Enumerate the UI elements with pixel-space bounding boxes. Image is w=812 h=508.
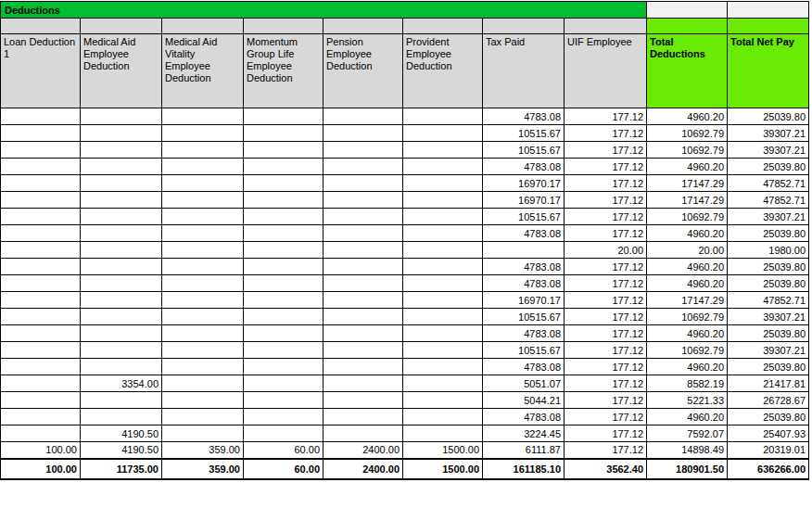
- table-cell[interactable]: 5044.21: [483, 392, 565, 409]
- table-cell[interactable]: 16970.17: [483, 292, 565, 309]
- table-cell[interactable]: [244, 142, 324, 159]
- table-cell[interactable]: [81, 209, 162, 225]
- table-cell[interactable]: 4783.08: [483, 259, 565, 275]
- table-cell[interactable]: [162, 342, 244, 359]
- table-cell[interactable]: [483, 242, 565, 259]
- table-cell[interactable]: 6111.87: [483, 442, 565, 459]
- table-cell[interactable]: 4960.20: [647, 108, 728, 125]
- table-cell[interactable]: [403, 159, 483, 175]
- table-cell[interactable]: [403, 359, 483, 375]
- totals-cell[interactable]: 3562.40: [565, 459, 647, 479]
- table-cell[interactable]: [244, 409, 324, 425]
- table-cell[interactable]: [1, 342, 81, 359]
- table-cell[interactable]: [403, 425, 483, 442]
- table-cell[interactable]: [162, 242, 244, 259]
- spacer-cell[interactable]: [81, 19, 162, 34]
- table-cell[interactable]: 177.12: [565, 325, 647, 342]
- table-cell[interactable]: 177.12: [565, 425, 647, 442]
- table-cell[interactable]: 10515.67: [483, 125, 565, 142]
- table-cell[interactable]: [81, 409, 162, 425]
- table-cell[interactable]: [1, 309, 81, 325]
- table-cell[interactable]: [244, 359, 324, 375]
- table-cell[interactable]: [1, 275, 81, 292]
- table-cell[interactable]: 21417.81: [728, 375, 809, 392]
- column-header[interactable]: UIF Employee: [565, 34, 647, 108]
- table-cell[interactable]: [81, 159, 162, 175]
- column-header[interactable]: Total Net Pay: [728, 34, 809, 108]
- column-header[interactable]: Medical Aid Vitality Employee Deduction: [162, 34, 244, 108]
- column-header[interactable]: Loan Deduction 1: [1, 34, 81, 108]
- totals-cell[interactable]: 100.00: [1, 459, 81, 479]
- table-cell[interactable]: [244, 425, 324, 442]
- column-header[interactable]: Tax Paid: [483, 34, 565, 108]
- table-cell[interactable]: 4783.08: [483, 359, 565, 375]
- table-cell[interactable]: 4783.08: [483, 225, 565, 242]
- table-cell[interactable]: [81, 175, 162, 192]
- table-cell[interactable]: [324, 375, 403, 392]
- table-cell[interactable]: [324, 175, 403, 192]
- table-cell[interactable]: [81, 242, 162, 259]
- totals-cell[interactable]: 60.00: [244, 459, 324, 479]
- table-cell[interactable]: [324, 359, 403, 375]
- table-cell[interactable]: [324, 142, 403, 159]
- table-cell[interactable]: 39307.21: [728, 142, 809, 159]
- table-cell[interactable]: [162, 359, 244, 375]
- table-cell[interactable]: 47852.71: [728, 175, 809, 192]
- table-cell[interactable]: [324, 242, 403, 259]
- table-cell[interactable]: 177.12: [565, 442, 647, 459]
- table-cell[interactable]: 47852.71: [728, 192, 809, 209]
- table-cell[interactable]: 177.12: [565, 342, 647, 359]
- table-cell[interactable]: [81, 142, 162, 159]
- table-cell[interactable]: [81, 325, 162, 342]
- table-cell[interactable]: 177.12: [565, 192, 647, 209]
- table-cell[interactable]: 10515.67: [483, 209, 565, 225]
- table-cell[interactable]: 20.00: [565, 242, 647, 259]
- table-cell[interactable]: [244, 309, 324, 325]
- table-cell[interactable]: 359.00: [162, 442, 244, 459]
- table-cell[interactable]: [162, 142, 244, 159]
- table-cell[interactable]: 5221.33: [647, 392, 728, 409]
- table-cell[interactable]: [324, 259, 403, 275]
- table-cell[interactable]: 25039.80: [728, 325, 809, 342]
- table-cell[interactable]: [244, 159, 324, 175]
- table-cell[interactable]: 39307.21: [728, 125, 809, 142]
- table-cell[interactable]: [324, 275, 403, 292]
- table-cell[interactable]: [324, 309, 403, 325]
- table-cell[interactable]: [1, 125, 81, 142]
- table-cell[interactable]: [162, 192, 244, 209]
- table-cell[interactable]: [244, 275, 324, 292]
- table-cell[interactable]: [1, 108, 81, 125]
- table-cell[interactable]: [162, 108, 244, 125]
- table-cell[interactable]: 25039.80: [728, 225, 809, 242]
- totals-cell[interactable]: 2400.00: [324, 459, 403, 479]
- spacer-cell[interactable]: [1, 19, 81, 34]
- table-cell[interactable]: 177.12: [565, 375, 647, 392]
- table-cell[interactable]: 25407.93: [728, 425, 809, 442]
- table-cell[interactable]: [1, 359, 81, 375]
- table-cell[interactable]: 10692.79: [647, 125, 728, 142]
- table-cell[interactable]: 4783.08: [483, 409, 565, 425]
- table-cell[interactable]: [162, 375, 244, 392]
- table-cell[interactable]: 20319.01: [728, 442, 809, 459]
- table-cell[interactable]: [244, 392, 324, 409]
- spacer-cell[interactable]: [244, 19, 324, 34]
- table-cell[interactable]: 4190.50: [81, 425, 162, 442]
- table-cell[interactable]: 4960.20: [647, 159, 728, 175]
- table-cell[interactable]: 17147.29: [647, 192, 728, 209]
- table-cell[interactable]: [162, 309, 244, 325]
- table-cell[interactable]: 177.12: [565, 108, 647, 125]
- table-cell[interactable]: 177.12: [565, 275, 647, 292]
- table-cell[interactable]: [403, 125, 483, 142]
- table-cell[interactable]: 4783.08: [483, 275, 565, 292]
- table-cell[interactable]: [1, 409, 81, 425]
- table-cell[interactable]: 4960.20: [647, 275, 728, 292]
- table-cell[interactable]: 25039.80: [728, 159, 809, 175]
- table-cell[interactable]: 1500.00: [403, 442, 483, 459]
- table-cell[interactable]: 25039.80: [728, 359, 809, 375]
- table-cell[interactable]: 10515.67: [483, 142, 565, 159]
- table-cell[interactable]: 10692.79: [647, 142, 728, 159]
- spacer-cell[interactable]: [403, 19, 483, 34]
- table-cell[interactable]: [81, 309, 162, 325]
- table-cell[interactable]: 2400.00: [324, 442, 403, 459]
- table-cell[interactable]: [403, 259, 483, 275]
